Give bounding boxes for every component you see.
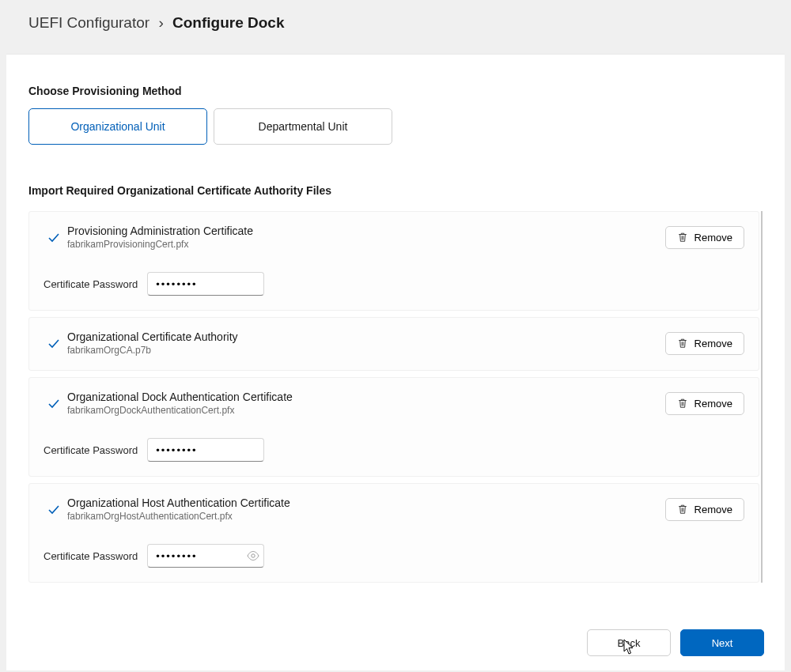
breadcrumb-current: Configure Dock — [172, 14, 284, 31]
certificate-row: Organizational Certificate Authorityfabr… — [44, 330, 744, 356]
check-wrap — [44, 336, 64, 350]
password-row: Certificate Password — [44, 544, 744, 568]
trash-icon — [677, 338, 688, 349]
provisioning-heading: Choose Provisioning Method — [28, 85, 763, 97]
password-input[interactable] — [147, 272, 264, 296]
tab-label: Departmental Unit — [259, 120, 348, 133]
certificate-info: Organizational Host Authentication Certi… — [64, 496, 665, 522]
password-field-wrap — [147, 544, 264, 568]
certificate-row: Organizational Dock Authentication Certi… — [44, 391, 744, 416]
password-label: Certificate Password — [44, 278, 138, 290]
certificate-card: Organizational Dock Authentication Certi… — [28, 377, 759, 477]
certificate-title: Provisioning Administration Certificate — [67, 225, 665, 237]
password-row: Certificate Password — [44, 272, 744, 296]
password-label: Certificate Password — [44, 550, 138, 562]
certificate-title: Organizational Host Authentication Certi… — [67, 496, 665, 509]
check-wrap — [44, 396, 64, 410]
provisioning-tabbar: Organizational Unit Departmental Unit — [28, 108, 763, 145]
remove-button[interactable]: Remove — [665, 498, 744, 521]
next-button[interactable]: Next — [680, 629, 764, 656]
trash-icon — [677, 504, 688, 515]
certificate-list: Provisioning Administration Certificatef… — [28, 211, 763, 583]
certificate-title: Organizational Certificate Authority — [67, 330, 665, 343]
remove-button[interactable]: Remove — [665, 226, 744, 249]
page-panel: Choose Provisioning Method Organizationa… — [6, 54, 785, 670]
breadcrumb-parent[interactable]: UEFI Configurator — [28, 14, 149, 31]
trash-icon — [677, 232, 688, 243]
trash-icon — [677, 398, 688, 409]
reveal-password-button[interactable] — [246, 549, 260, 563]
certificate-filename: fabrikamOrgHostAuthenticationCert.pfx — [67, 511, 665, 522]
check-icon — [47, 504, 60, 516]
check-icon — [47, 232, 60, 244]
certificate-row: Organizational Host Authentication Certi… — [44, 496, 744, 522]
tab-label: Organizational Unit — [70, 120, 165, 133]
certificate-title: Organizational Dock Authentication Certi… — [67, 391, 665, 403]
certificate-filename: fabrikamOrgCA.p7b — [67, 345, 665, 356]
certificate-card: Organizational Certificate Authorityfabr… — [28, 317, 759, 371]
remove-button[interactable]: Remove — [665, 392, 744, 415]
certificate-info: Organizational Dock Authentication Certi… — [64, 391, 665, 416]
check-icon — [47, 398, 60, 410]
check-icon — [47, 338, 60, 350]
certificate-filename: fabrikamOrgDockAuthenticationCert.pfx — [67, 405, 665, 416]
certificates-heading: Import Required Organizational Certifica… — [28, 184, 763, 197]
remove-button-label: Remove — [694, 398, 732, 410]
back-button[interactable]: Back — [587, 629, 671, 656]
password-field-wrap — [147, 438, 264, 462]
certificate-row: Provisioning Administration Certificatef… — [44, 225, 744, 250]
eye-icon — [246, 549, 260, 563]
password-field-wrap — [147, 272, 264, 296]
footer-buttons: Back Next — [587, 629, 764, 656]
svg-point-0 — [252, 554, 255, 557]
password-input[interactable] — [147, 438, 264, 462]
remove-button[interactable]: Remove — [665, 332, 744, 355]
check-wrap — [44, 230, 64, 244]
remove-button-label: Remove — [694, 232, 732, 244]
certificate-card: Provisioning Administration Certificatef… — [28, 211, 759, 311]
tab-departmental-unit[interactable]: Departmental Unit — [214, 108, 392, 145]
next-button-label: Next — [712, 637, 733, 649]
breadcrumb: UEFI Configurator › Configure Dock — [0, 0, 791, 46]
breadcrumb-separator: › — [158, 14, 163, 31]
certificate-filename: fabrikamProvisioningCert.pfx — [67, 239, 665, 250]
remove-button-label: Remove — [694, 504, 732, 515]
password-row: Certificate Password — [44, 438, 744, 462]
certificate-card: Organizational Host Authentication Certi… — [28, 483, 759, 583]
certificate-info: Provisioning Administration Certificatef… — [64, 225, 665, 250]
back-button-label: Back — [618, 637, 641, 649]
certificate-info: Organizational Certificate Authorityfabr… — [64, 330, 665, 356]
tab-organizational-unit[interactable]: Organizational Unit — [28, 108, 207, 145]
check-wrap — [44, 502, 64, 516]
remove-button-label: Remove — [694, 338, 732, 349]
password-label: Certificate Password — [44, 444, 138, 456]
